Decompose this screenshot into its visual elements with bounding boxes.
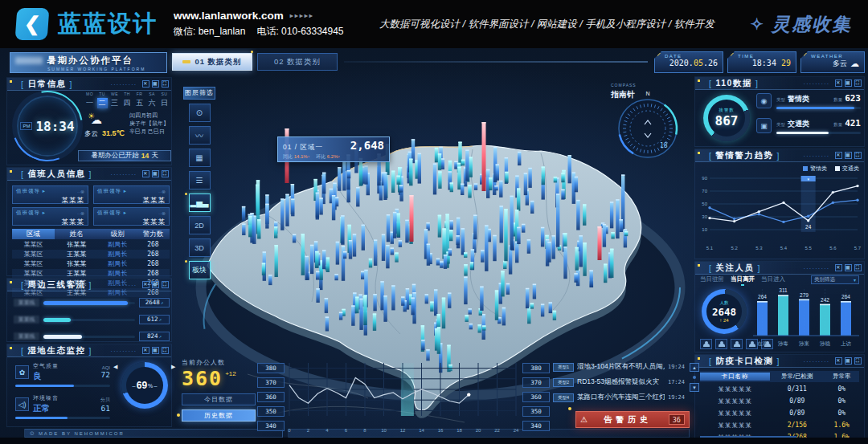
alarm-text: RD13-53烟感报警疑似火灾 [577, 377, 665, 387]
expand-icon[interactable]: ⛶ [854, 264, 862, 271]
focus-tab[interactable]: 当日驻留 [700, 275, 724, 283]
tab-data-category-2[interactable]: 02 数据类别 [257, 53, 338, 71]
office-count-delta: +12 [225, 370, 236, 377]
weekday-cell[interactable]: MO一 [84, 92, 95, 108]
person-icon[interactable] [731, 339, 743, 349]
tab-data-category-1[interactable]: 01 数据类别 [172, 53, 252, 71]
close-icon[interactable]: ✕ [835, 79, 842, 87]
checkpoint-row[interactable]: 某某某某某0/890% [700, 396, 859, 406]
close-icon[interactable]: ✕ [142, 80, 149, 88]
scroll-up-icon[interactable]: ▲ [690, 363, 699, 372]
checkpoint-row[interactable]: 某某某某某0/3110% [700, 384, 859, 394]
mode-block-button[interactable]: 板块 [189, 261, 211, 279]
alarm-row[interactable]: 类型4某路口有小汽车连闯三个红灯19:24 [553, 392, 685, 403]
checkpoint-row[interactable]: 某某某某某2/1561.6% [700, 420, 859, 430]
more-icon[interactable]: ··⊗ [158, 189, 166, 194]
gauge-right-arrow[interactable]: ▶ [171, 364, 175, 370]
close-icon[interactable]: ✕ [142, 347, 149, 354]
duty-leader-card[interactable]: 值班领导··⊗某某某 [93, 185, 170, 204]
duty-role: 值班领导 [97, 210, 127, 217]
weekday-cell[interactable]: TU二 [97, 92, 108, 108]
more-icon[interactable]: ··⊗ [77, 189, 84, 194]
office-trend-chart[interactable]: 024681012141618202224 [286, 360, 521, 434]
gauge-value: 867 [715, 113, 739, 128]
weekday-cell[interactable]: TH四 [122, 92, 133, 108]
contact-block: www.lanlanwork.com ▸▸▸▸▸ 微信: ben_lanlan … [174, 10, 344, 39]
checkpoint-col-header: 异常率 [824, 373, 859, 381]
more-icon[interactable]: ··⊗ [158, 210, 166, 216]
radar-icon[interactable]: 〰 [189, 126, 211, 145]
alarm-history-label: 告警历史 [592, 414, 664, 426]
svg-text:18: 18 [660, 142, 668, 149]
window-icon[interactable]: ▣ [845, 79, 852, 87]
grid-icon[interactable]: ▦ [189, 149, 211, 167]
office-count-value: 360 [182, 369, 223, 389]
bar-chart-icon[interactable]: ▂▅▃ [189, 193, 211, 212]
svg-text:2: 2 [307, 428, 310, 433]
trend-line-chart[interactable]: 9070503010▾245.15.25.35.45.55.65.7 [697, 172, 862, 252]
svg-text:5.4: 5.4 [780, 246, 788, 251]
today-data-button[interactable]: 今日数据 [182, 393, 256, 405]
history-data-button[interactable]: 历史数据 [182, 409, 256, 422]
checkpoint-row[interactable]: 某某某某某0/890% [700, 408, 859, 418]
close-icon[interactable]: ✕ [835, 264, 842, 271]
expand-icon[interactable]: ⛶ [162, 347, 169, 354]
list-icon[interactable]: ☰ [189, 171, 211, 189]
mode-2d-button[interactable]: 2D [189, 216, 211, 234]
weekday-cell[interactable]: SA六 [147, 92, 158, 108]
weekday-cell[interactable]: SU日 [159, 92, 170, 108]
gauge-left-arrow[interactable]: ◀ [113, 364, 117, 370]
svg-text:5.3: 5.3 [755, 246, 763, 251]
more-icon[interactable]: ··⊗ [77, 210, 84, 216]
panel-police-trend: [警情警力趋势] ·········✕▣⛶ 警情类交通类 9070503010▾… [694, 149, 865, 259]
expand-icon[interactable]: ⛶ [162, 170, 169, 177]
website-link[interactable]: www.lanlanwork.com [174, 10, 284, 22]
duty-row[interactable]: 某某区王某某副局长268 [12, 250, 170, 259]
close-icon[interactable]: ✕ [142, 281, 149, 288]
alarm-history-button[interactable]: ⚠ 告警历史 36 [575, 411, 690, 428]
duty-leader-card[interactable]: 值班领导··⊗某某某 [12, 207, 88, 226]
person-icon[interactable] [700, 339, 712, 349]
person-icon[interactable] [715, 339, 727, 349]
expand-icon[interactable]: ⛶ [162, 80, 169, 88]
duty-row[interactable]: 某某区王某某副局长268 [12, 269, 170, 278]
window-icon[interactable]: ▣ [845, 152, 852, 159]
close-icon[interactable]: ✕ [142, 170, 149, 177]
camera-icon[interactable]: ⊙ [189, 104, 211, 122]
duty-col-header: 警力数 [137, 229, 170, 239]
close-icon[interactable]: ✕ [835, 357, 842, 365]
expand-icon[interactable]: ⛶ [854, 79, 862, 87]
weekday-cell[interactable]: FR五 [134, 92, 145, 108]
window-icon[interactable]: ▣ [152, 281, 159, 288]
window-icon[interactable]: ▣ [152, 80, 159, 88]
duty-role: 值班领导 [16, 188, 46, 195]
duty-row[interactable]: 某某区张某某副局长268 [12, 240, 170, 249]
duty-leader-card[interactable]: 值班领导··⊗某某某 [93, 207, 170, 226]
window-icon[interactable]: ▣ [152, 347, 159, 354]
expand-icon[interactable]: ⛶ [854, 152, 862, 159]
duty-role: 值班领导 [16, 210, 46, 217]
weekday-cell[interactable]: WE三 [109, 92, 120, 108]
alarm-row[interactable]: 类型1湿地3-104片区有不明人员闯入19:24 [553, 361, 685, 373]
personnel-bar-chart[interactable]: 264在逃311涉毒279涉案242涉稳264上访 [750, 283, 862, 352]
made-by-text: MADE BY NEHOMMICOR [39, 431, 125, 436]
time-label: TIME [728, 52, 796, 59]
duty-row[interactable]: 某某区张某某副局长268 [12, 259, 170, 268]
window-icon[interactable]: ▣ [152, 170, 159, 177]
weather-value: 多云 [833, 59, 847, 69]
checkpoint-col-header: 卡口名称 [700, 373, 770, 381]
mode-3d-button[interactable]: 3D [189, 238, 211, 257]
alarm-type-badge: 类型2 [553, 378, 574, 387]
expand-icon[interactable]: ⛶ [162, 281, 169, 288]
window-icon[interactable]: ▣ [845, 357, 852, 365]
panel-wetland-eco: [湿地生态监控] ·········✕▣⛶ ✿ 空气质量良 AQI72 ◁) 环… [6, 344, 172, 427]
scroll-down-icon[interactable]: ▼ [690, 383, 699, 392]
expand-icon[interactable]: ⛶ [854, 357, 862, 365]
flow-value: 612 [139, 315, 170, 324]
close-icon[interactable]: ✕ [835, 152, 842, 159]
y-axis-value: 350 [522, 406, 550, 417]
svg-text:涉稳: 涉稳 [819, 340, 831, 347]
window-icon[interactable]: ▣ [845, 264, 852, 271]
duty-leader-card[interactable]: 值班领导··⊗某某某 [12, 185, 88, 204]
alarm-row[interactable]: 类型2RD13-53烟感报警疑似火灾17:24 [553, 377, 685, 388]
